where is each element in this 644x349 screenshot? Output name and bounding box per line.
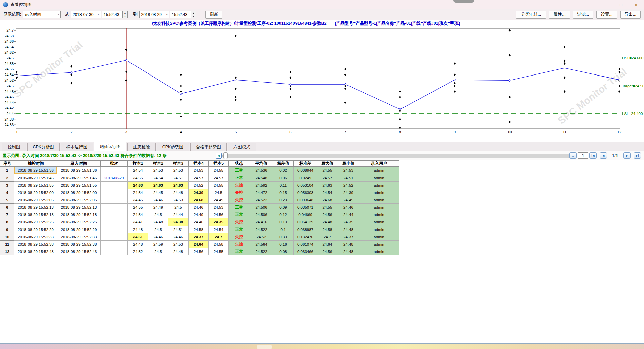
- batch-cell[interactable]: [101, 182, 128, 189]
- sample-2-cell[interactable]: 24.5: [148, 211, 168, 218]
- min-cell[interactable]: 24.45: [338, 196, 359, 204]
- sample-5-cell[interactable]: 24.54: [209, 226, 229, 233]
- row-number-cell[interactable]: 6: [0, 204, 14, 211]
- status-cell[interactable]: 失控: [229, 241, 250, 248]
- sample-1-cell[interactable]: 24.55: [128, 204, 148, 211]
- sample-5-cell[interactable]: 24.56: [209, 211, 229, 218]
- batch-cell[interactable]: [101, 248, 128, 255]
- from-date-select[interactable]: 2018-07-30 ∨: [71, 11, 101, 18]
- sample-2-cell[interactable]: 24.54: [148, 174, 168, 182]
- sample-time-cell[interactable]: 2018-08-29 15:52:43: [14, 248, 57, 255]
- status-cell[interactable]: 失控: [229, 182, 250, 189]
- mean-cell[interactable]: 24.564: [250, 241, 273, 248]
- sample-2-cell[interactable]: 24.5: [148, 226, 168, 233]
- column-header-样本1[interactable]: 样本1: [128, 161, 148, 167]
- toolbar-button-分类汇总[interactable]: 分类汇总...: [516, 11, 546, 19]
- sample-2-cell[interactable]: 24.53: [148, 167, 168, 174]
- column-header-录入用户[interactable]: 录入用户: [359, 161, 399, 167]
- sample-3-cell[interactable]: 24.46: [168, 233, 189, 241]
- refresh-button[interactable]: 刷新: [205, 11, 222, 19]
- user-cell[interactable]: admin: [359, 226, 399, 233]
- tab-六图模式[interactable]: 六图模式: [228, 143, 256, 151]
- range-cell[interactable]: 0.06: [273, 174, 294, 182]
- sample-3-cell[interactable]: 24.53: [168, 241, 189, 248]
- sample-time-cell[interactable]: 2018-08-29 15:52:33: [14, 233, 57, 241]
- tab-样本运行图[interactable]: 样本运行图: [61, 143, 93, 151]
- sample-4-cell[interactable]: 24.46: [189, 204, 209, 211]
- min-cell[interactable]: 24.53: [338, 167, 359, 174]
- column-header-极差值[interactable]: 极差值: [273, 161, 294, 167]
- user-cell[interactable]: admin: [359, 233, 399, 241]
- stddev-cell[interactable]: 0.093648: [294, 196, 317, 204]
- max-cell[interactable]: 24.58: [317, 226, 338, 233]
- column-header-序号[interactable]: 序号: [0, 161, 14, 167]
- batch-cell[interactable]: [101, 189, 128, 196]
- sample-4-cell[interactable]: 24.52: [189, 182, 209, 189]
- user-cell[interactable]: admin: [359, 182, 399, 189]
- sample-2-cell[interactable]: 24.46: [148, 196, 168, 204]
- column-header-录入时间[interactable]: 录入时间: [57, 161, 101, 167]
- min-cell[interactable]: 24.35: [338, 218, 359, 226]
- sample-3-cell[interactable]: 24.51: [168, 226, 189, 233]
- sample-5-cell[interactable]: 24.55: [209, 182, 229, 189]
- range-cell[interactable]: 0.08: [273, 248, 294, 255]
- tab-合格率趋势图[interactable]: 合格率趋势图: [190, 143, 227, 151]
- first-page-button[interactable]: |◀: [589, 152, 597, 159]
- sample-4-cell[interactable]: 24.53: [189, 167, 209, 174]
- from-time-input[interactable]: 15:52:43: [102, 11, 123, 18]
- entry-time-cell[interactable]: 2018-08-29 15:52:18: [57, 211, 101, 218]
- sample-3-cell[interactable]: 24.51: [168, 174, 189, 182]
- row-number-cell[interactable]: 11: [0, 241, 14, 248]
- min-cell[interactable]: 24.44: [338, 211, 359, 218]
- scrollbar-thumb[interactable]: [223, 152, 228, 159]
- minimize-button[interactable]: ─: [598, 0, 613, 9]
- tab-正态检验[interactable]: 正态检验: [127, 143, 156, 151]
- stddev-cell[interactable]: 0.054129: [294, 218, 317, 226]
- sample-4-cell[interactable]: 24.58: [189, 226, 209, 233]
- sample-3-cell[interactable]: 24.48: [168, 189, 189, 196]
- maximize-button[interactable]: □: [613, 0, 629, 9]
- sample-1-cell[interactable]: 24.55: [128, 174, 148, 182]
- column-header-批次[interactable]: 批次: [101, 161, 128, 167]
- column-header-样本3[interactable]: 样本3: [168, 161, 189, 167]
- scroll-left-button[interactable]: ◀: [216, 153, 222, 159]
- max-cell[interactable]: 24.56: [317, 248, 338, 255]
- sample-3-cell[interactable]: 24.53: [168, 196, 189, 204]
- sample-1-cell[interactable]: 24.48: [128, 226, 148, 233]
- sample-3-cell[interactable]: 24.44: [168, 211, 189, 218]
- mean-cell[interactable]: 24.548: [250, 174, 273, 182]
- entry-time-cell[interactable]: 2018-08-29 15:51:46: [57, 174, 101, 182]
- sample-1-cell[interactable]: 24.41: [128, 218, 148, 226]
- stddev-cell[interactable]: 0.061074: [294, 241, 317, 248]
- mean-cell[interactable]: 24.506: [250, 204, 273, 211]
- sample-3-cell[interactable]: 24.53: [168, 167, 189, 174]
- range-cell[interactable]: 0.13: [273, 218, 294, 226]
- status-cell[interactable]: 失控: [229, 218, 250, 226]
- range-cell[interactable]: 0.09: [273, 204, 294, 211]
- stddev-cell[interactable]: 0.033466: [294, 248, 317, 255]
- prev-page-button[interactable]: ◀: [600, 152, 607, 159]
- sample-4-cell[interactable]: 24.39: [189, 189, 209, 196]
- row-number-cell[interactable]: 4: [0, 189, 14, 196]
- entry-time-cell[interactable]: 2018-08-29 15:52:05: [57, 196, 101, 204]
- range-cell[interactable]: 0.15: [273, 189, 294, 196]
- sample-5-cell[interactable]: 24.58: [209, 241, 229, 248]
- sample-1-cell[interactable]: 24.61: [128, 233, 148, 241]
- sample-time-cell[interactable]: 2018-08-29 15:52:29: [14, 226, 57, 233]
- max-cell[interactable]: 24.55: [317, 167, 338, 174]
- sample-2-cell[interactable]: 24.63: [148, 182, 168, 189]
- batch-cell[interactable]: [101, 218, 128, 226]
- toolbar-button-过滤[interactable]: 过滤...: [573, 11, 593, 19]
- row-number-cell[interactable]: 9: [0, 226, 14, 233]
- user-cell[interactable]: admin: [359, 241, 399, 248]
- min-cell[interactable]: 24.48: [338, 226, 359, 233]
- stddev-cell[interactable]: 0.0249: [294, 174, 317, 182]
- spin-down-icon[interactable]: ▼: [191, 15, 196, 18]
- spin-up-icon[interactable]: ▲: [123, 11, 127, 15]
- batch-cell[interactable]: [101, 204, 128, 211]
- min-cell[interactable]: 24.46: [338, 204, 359, 211]
- max-cell[interactable]: 24.55: [317, 204, 338, 211]
- max-cell[interactable]: 24.56: [317, 211, 338, 218]
- row-number-cell[interactable]: 7: [0, 211, 14, 218]
- status-cell[interactable]: 正常: [229, 204, 250, 211]
